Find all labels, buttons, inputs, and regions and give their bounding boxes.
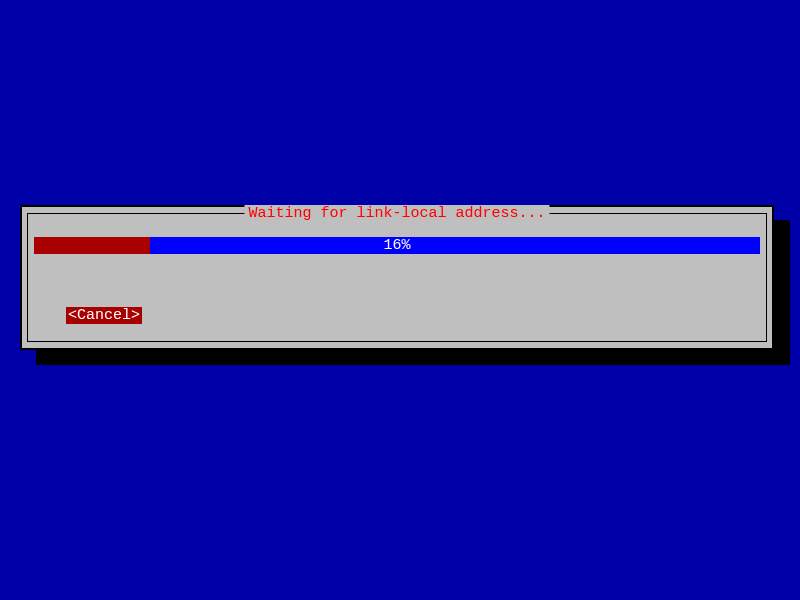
dialog-title: Waiting for link-local address...: [244, 205, 549, 222]
progress-bar: 16%: [34, 237, 760, 254]
cancel-button[interactable]: <Cancel>: [66, 307, 142, 324]
progress-percent-label: 16%: [383, 237, 410, 254]
progress-dialog: Waiting for link-local address... 16% <C…: [20, 205, 774, 350]
progress-bar-fill: [34, 237, 150, 254]
